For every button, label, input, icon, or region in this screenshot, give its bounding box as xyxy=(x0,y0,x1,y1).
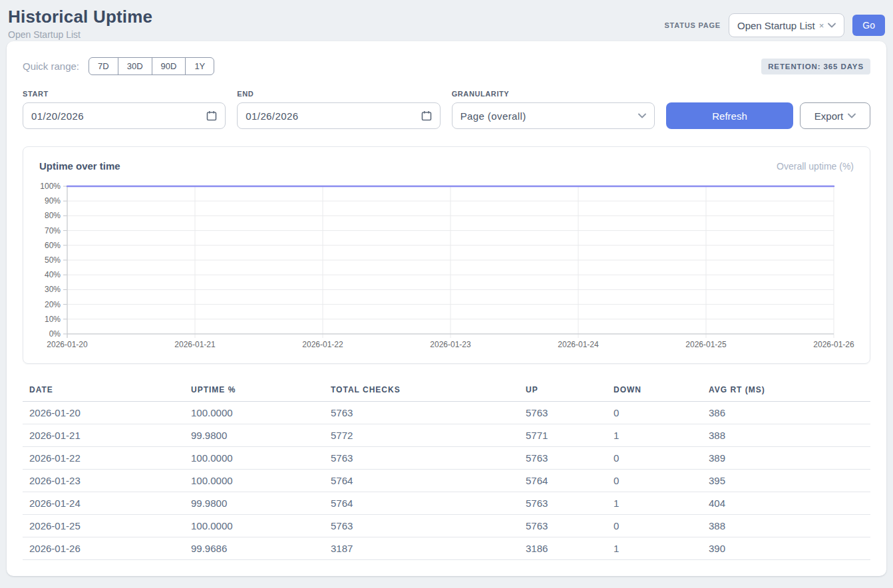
end-date-field: END 01/26/2026 xyxy=(237,90,440,129)
table-cell: 99.9686 xyxy=(184,537,324,560)
column-header: DATE xyxy=(23,380,184,402)
quick-range-7d[interactable]: 7D xyxy=(89,57,118,75)
table-cell: 100.0000 xyxy=(184,447,324,470)
svg-text:2026-01-23: 2026-01-23 xyxy=(430,340,471,349)
table-row: 2026-01-2699.9686318731861390 xyxy=(23,537,870,560)
export-label: Export xyxy=(814,110,843,122)
svg-text:50%: 50% xyxy=(45,255,61,265)
table-cell: 5764 xyxy=(519,470,607,492)
table-cell: 5763 xyxy=(519,515,607,537)
calendar-icon[interactable] xyxy=(206,110,217,121)
table-cell: 390 xyxy=(702,537,870,560)
table-cell: 0 xyxy=(607,470,702,492)
quick-range-30d[interactable]: 30D xyxy=(118,57,152,75)
start-date-value: 01/20/2026 xyxy=(31,110,84,122)
table-cell: 99.9800 xyxy=(184,424,324,447)
column-header: TOTAL CHECKS xyxy=(324,380,519,402)
table-cell: 2026-01-25 xyxy=(23,515,184,537)
main-panel: Quick range: 7D 30D 90D 1Y RETENTION: 36… xyxy=(7,41,886,576)
table-cell: 2026-01-24 xyxy=(23,492,184,515)
granularity-value: Page (overall) xyxy=(460,110,526,122)
end-date-label: END xyxy=(237,90,440,98)
table-cell: 5771 xyxy=(519,424,607,447)
svg-text:2026-01-24: 2026-01-24 xyxy=(558,340,599,349)
clear-icon[interactable]: × xyxy=(819,21,824,30)
chevron-down-icon xyxy=(828,23,836,28)
svg-text:60%: 60% xyxy=(45,241,61,250)
chart-title: Uptime over time xyxy=(39,160,120,172)
quick-range-1y[interactable]: 1Y xyxy=(185,57,214,75)
status-page-value: Open Startup List xyxy=(737,20,815,31)
retention-badge: RETENTION: 365 DAYS xyxy=(761,59,870,74)
chevron-down-icon xyxy=(848,113,856,118)
go-button[interactable]: Go xyxy=(852,15,885,36)
status-page-controls: STATUS PAGE Open Startup List × Go xyxy=(664,13,885,37)
svg-text:0%: 0% xyxy=(49,329,61,339)
granularity-select[interactable]: Page (overall) xyxy=(452,102,655,129)
granularity-label: GRANULARITY xyxy=(452,90,655,98)
table-cell: 5772 xyxy=(324,424,519,447)
table-row: 2026-01-20100.0000576357630386 xyxy=(23,402,870,424)
table-cell: 2026-01-26 xyxy=(23,537,184,560)
column-header: AVG RT (MS) xyxy=(702,380,870,402)
filters-row: START 01/20/2026 END 01/26/2026 xyxy=(23,90,870,129)
svg-text:100%: 100% xyxy=(40,182,61,191)
table-cell: 100.0000 xyxy=(184,470,324,492)
uptime-table: DATEUPTIME %TOTAL CHECKSUPDOWNAVG RT (MS… xyxy=(23,380,870,560)
granularity-field: GRANULARITY Page (overall) xyxy=(452,90,655,129)
svg-text:40%: 40% xyxy=(45,270,61,279)
svg-text:10%: 10% xyxy=(45,315,61,324)
table-cell: 0 xyxy=(607,447,702,470)
table-cell: 0 xyxy=(607,402,702,424)
table-cell: 99.9800 xyxy=(184,492,324,515)
end-date-value: 01/26/2026 xyxy=(246,110,298,122)
column-header: DOWN xyxy=(607,380,702,402)
quick-range-label: Quick range: xyxy=(23,61,79,72)
svg-text:90%: 90% xyxy=(45,196,61,206)
table-cell: 5763 xyxy=(519,492,607,515)
svg-text:2026-01-20: 2026-01-20 xyxy=(47,340,88,349)
status-page-label: STATUS PAGE xyxy=(664,21,721,29)
table-cell: 395 xyxy=(702,470,870,492)
calendar-icon[interactable] xyxy=(421,110,432,121)
table-cell: 5763 xyxy=(324,402,519,424)
table-cell: 386 xyxy=(702,402,870,424)
title-block: Historical Uptime Open Startup List xyxy=(8,7,152,40)
quick-range-90d[interactable]: 90D xyxy=(152,57,186,75)
page-header: Historical Uptime Open Startup List STAT… xyxy=(0,0,893,41)
start-date-input[interactable]: 01/20/2026 xyxy=(23,102,226,129)
table-row: 2026-01-22100.0000576357630389 xyxy=(23,447,870,470)
table-cell: 5764 xyxy=(324,492,519,515)
chart-card: Uptime over time Overall uptime (%) 100%… xyxy=(23,146,870,364)
chevron-down-icon xyxy=(638,113,646,118)
table-row: 2026-01-2199.9800577257711388 xyxy=(23,424,870,447)
chart-header: Uptime over time Overall uptime (%) xyxy=(39,160,854,172)
table-cell: 3186 xyxy=(519,537,607,560)
table-cell: 2026-01-20 xyxy=(23,402,184,424)
table-header-row: DATEUPTIME %TOTAL CHECKSUPDOWNAVG RT (MS… xyxy=(23,380,870,402)
table-cell: 2026-01-23 xyxy=(23,470,184,492)
column-header: UPTIME % xyxy=(184,380,324,402)
export-button[interactable]: Export xyxy=(800,102,870,129)
table-cell: 2026-01-21 xyxy=(23,424,184,447)
chart-legend: Overall uptime (%) xyxy=(777,161,854,172)
svg-text:30%: 30% xyxy=(45,285,61,294)
table-cell: 5763 xyxy=(519,402,607,424)
table-cell: 1 xyxy=(607,492,702,515)
table-cell: 3187 xyxy=(324,537,519,560)
table-row: 2026-01-25100.0000576357630388 xyxy=(23,515,870,537)
table-cell: 100.0000 xyxy=(184,515,324,537)
svg-text:2026-01-26: 2026-01-26 xyxy=(813,340,854,349)
table-cell: 404 xyxy=(702,492,870,515)
uptime-line-chart: 100%90%80%70%60%50%40%30%20%10%0%2026-01… xyxy=(39,181,855,349)
start-date-field: START 01/20/2026 xyxy=(23,90,226,129)
page-title: Historical Uptime xyxy=(8,7,152,27)
refresh-button[interactable]: Refresh xyxy=(666,102,793,129)
table-cell: 2026-01-22 xyxy=(23,447,184,470)
quick-range-row: Quick range: 7D 30D 90D 1Y RETENTION: 36… xyxy=(23,57,870,75)
table-cell: 5763 xyxy=(519,447,607,470)
end-date-input[interactable]: 01/26/2026 xyxy=(237,102,440,129)
table-body: 2026-01-20100.00005763576303862026-01-21… xyxy=(23,402,870,560)
table-row: 2026-01-23100.0000576457640395 xyxy=(23,470,870,492)
status-page-select[interactable]: Open Startup List × xyxy=(729,13,844,37)
